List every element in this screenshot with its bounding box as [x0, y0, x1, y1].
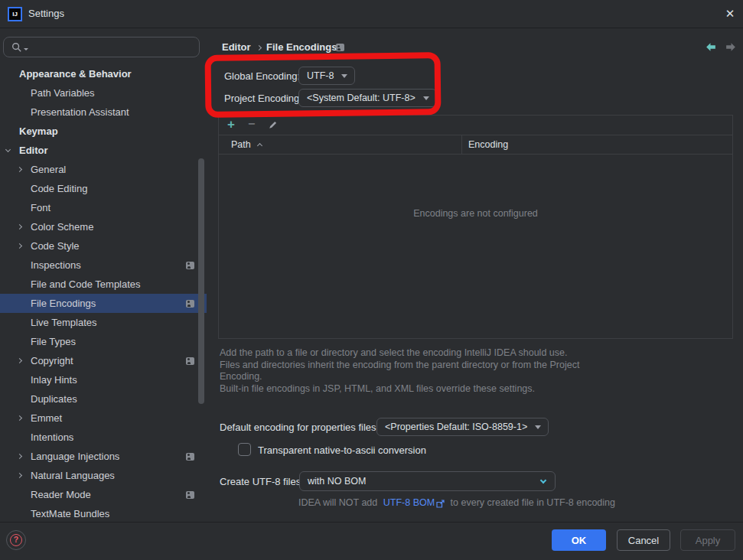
- breadcrumb-file-encodings[interactable]: File Encodings: [266, 41, 337, 53]
- title-bar: IJ Settings ✕: [0, 0, 743, 28]
- sidebar-item-emmet[interactable]: Emmet: [0, 409, 207, 428]
- sidebar-item-code-editing[interactable]: Code Editing: [0, 179, 207, 198]
- external-link-icon[interactable]: [436, 500, 445, 508]
- sidebar-item-textmate-bundles[interactable]: TextMate Bundles: [0, 504, 207, 523]
- sidebar-item-label: File Types: [31, 336, 76, 347]
- sidebar-item-label: Natural Languages: [31, 470, 115, 481]
- chevron-slot: [18, 416, 31, 420]
- properties-encoding-select[interactable]: <Properties Default: ISO-8859-1>: [376, 418, 549, 436]
- sidebar-item-reader-mode[interactable]: Reader Mode: [0, 485, 207, 504]
- edit-pencil-icon[interactable]: [268, 120, 278, 130]
- sidebar-item-natural-languages[interactable]: Natural Languages: [0, 466, 207, 485]
- sidebar-item-label: Font: [31, 202, 51, 213]
- sidebar-item-label: File and Code Templates: [31, 278, 141, 290]
- utf8-bom-link[interactable]: UTF-8 BOM: [383, 497, 435, 508]
- sidebar-item-duplicates[interactable]: Duplicates: [0, 389, 207, 409]
- sidebar-item-label: Presentation Assistant: [31, 106, 129, 118]
- sidebar-item-editor[interactable]: Editor: [0, 141, 207, 160]
- project-level-icon: [186, 357, 194, 365]
- sidebar-item-code-style[interactable]: Code Style: [0, 236, 207, 256]
- sidebar-item-color-scheme[interactable]: Color Scheme: [0, 217, 207, 236]
- add-icon[interactable]: +: [227, 118, 235, 131]
- sidebar-item-copyright[interactable]: Copyright: [0, 351, 207, 370]
- project-level-icon: [336, 44, 344, 51]
- sidebar-item-appearance-behavior[interactable]: Appearance & Behavior: [0, 64, 207, 83]
- sidebar-item-label: Duplicates: [31, 393, 77, 405]
- sidebar-item-live-templates[interactable]: Live Templates: [0, 313, 207, 332]
- sidebar-item-inlay-hints[interactable]: Inlay Hints: [0, 370, 207, 389]
- close-icon[interactable]: ✕: [723, 7, 737, 21]
- chevron-right-icon[interactable]: [17, 415, 22, 421]
- sidebar-item-general[interactable]: General: [0, 160, 207, 179]
- dropdown-arrow-icon: [423, 96, 429, 100]
- chevron-slot: [18, 168, 31, 171]
- native-to-ascii-checkbox[interactable]: [238, 443, 251, 456]
- red-highlight-annotation: [205, 52, 442, 118]
- breadcrumb-separator-icon: [256, 45, 262, 50]
- cancel-button[interactable]: Cancel: [617, 529, 670, 551]
- create-utf8-value: with NO BOM: [308, 476, 366, 487]
- chevron-right-icon[interactable]: [17, 243, 22, 249]
- path-header-label: Path: [231, 139, 251, 150]
- sidebar-item-presentation-assistant[interactable]: Presentation Assistant: [0, 103, 207, 122]
- sidebar-item-label: Editor: [19, 145, 48, 156]
- search-icon: [11, 42, 22, 53]
- project-level-icon: [186, 262, 194, 269]
- breadcrumb-editor[interactable]: Editor: [222, 41, 251, 53]
- sidebar-item-label: Reader Mode: [31, 489, 91, 500]
- sidebar-item-label: Copyright: [31, 355, 73, 366]
- sidebar-item-intentions[interactable]: Intentions: [0, 428, 207, 447]
- project-encoding-value: <System Default: UTF-8>: [307, 93, 415, 103]
- project-encoding-select[interactable]: <System Default: UTF-8>: [298, 89, 437, 107]
- chevron-right-icon[interactable]: [17, 224, 22, 230]
- question-mark-icon: ?: [10, 534, 22, 546]
- apply-button[interactable]: Apply: [680, 529, 735, 551]
- encodings-table: + − Path Encoding Encodings are not conf…: [218, 115, 733, 339]
- create-utf8-select[interactable]: with NO BOM: [299, 471, 556, 491]
- chevron-down-icon[interactable]: [5, 147, 11, 152]
- sidebar-item-label: Color Scheme: [31, 221, 93, 233]
- column-header-encoding[interactable]: Encoding: [462, 139, 508, 150]
- help-line: Built-in file encodings in JSP, HTML, an…: [220, 383, 583, 396]
- sidebar-item-path-variables[interactable]: Path Variables: [0, 83, 207, 103]
- sidebar-item-label: Language Injections: [31, 451, 119, 462]
- window-title: Settings: [28, 8, 64, 19]
- chevron-right-icon[interactable]: [17, 358, 22, 363]
- sidebar-item-label: Emmet: [31, 412, 62, 424]
- sidebar-tree: Appearance & BehaviorPath VariablesPrese…: [0, 64, 207, 523]
- sidebar-item-label: Inspections: [31, 259, 81, 271]
- sidebar-item-file-types[interactable]: File Types: [0, 332, 207, 351]
- sidebar-item-language-injections[interactable]: Language Injections: [0, 447, 207, 466]
- help-button[interactable]: ?: [6, 530, 26, 550]
- sidebar-item-label: Code Style: [31, 240, 80, 252]
- forward-arrow-icon[interactable]: [725, 41, 737, 53]
- ok-button[interactable]: OK: [552, 529, 606, 551]
- sidebar-item-label: File Encodings: [31, 298, 96, 309]
- help-line: Add the path to a file or directory and …: [220, 347, 583, 360]
- chevron-slot: [18, 225, 31, 229]
- sidebar-item-font[interactable]: Font: [0, 198, 207, 217]
- sidebar-item-label: General: [31, 164, 66, 175]
- dropdown-arrow-icon: [535, 425, 541, 429]
- chevron-slot: [18, 474, 31, 477]
- sidebar-scrollbar[interactable]: [198, 158, 204, 404]
- help-text: Add the path to a file or directory and …: [220, 347, 583, 395]
- chevron-slot: [18, 359, 31, 363]
- column-header-path[interactable]: Path: [219, 135, 462, 154]
- chevron-right-icon[interactable]: [17, 473, 22, 478]
- footer-divider: [0, 522, 743, 523]
- create-utf8-label: Create UTF-8 files:: [220, 476, 304, 487]
- sidebar-item-file-and-code-templates[interactable]: File and Code Templates: [0, 275, 207, 294]
- sidebar-item-label: Inlay Hints: [31, 374, 77, 386]
- remove-icon[interactable]: −: [248, 118, 255, 130]
- chevron-right-icon[interactable]: [17, 454, 22, 459]
- global-encoding-select[interactable]: UTF-8: [298, 67, 355, 85]
- search-input[interactable]: [3, 37, 200, 57]
- native-to-ascii-label[interactable]: Transparent native-to-ascii conversion: [258, 444, 426, 456]
- sidebar-item-file-encodings[interactable]: File Encodings: [0, 294, 207, 313]
- sidebar-item-inspections[interactable]: Inspections: [0, 256, 207, 275]
- sort-ascending-icon: [257, 143, 262, 148]
- back-arrow-icon[interactable]: [705, 41, 717, 53]
- sidebar-item-keymap[interactable]: Keymap: [0, 122, 207, 141]
- chevron-right-icon[interactable]: [17, 167, 22, 172]
